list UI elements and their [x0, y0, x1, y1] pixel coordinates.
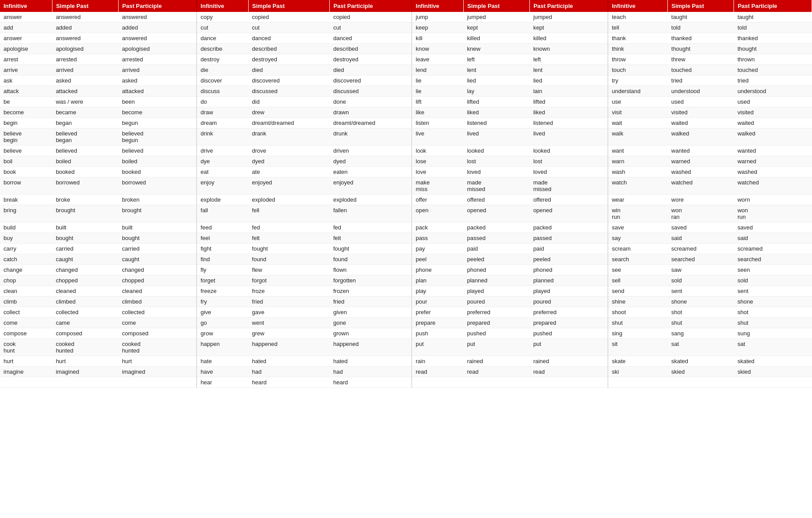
- table-cell: shot: [734, 307, 812, 318]
- table-cell: know: [412, 44, 463, 54]
- table-cell: prepare: [412, 318, 463, 328]
- table-cell: sing: [608, 328, 668, 339]
- column-header-5: Past Participle: [330, 0, 412, 12]
- table-cell: asked: [119, 75, 197, 86]
- table-cell: drink: [197, 128, 248, 146]
- table-cell: think: [608, 44, 668, 54]
- table-cell: came: [52, 318, 119, 328]
- table-cell: eat: [197, 167, 248, 177]
- table-cell: understood: [668, 86, 734, 97]
- table-cell: understand: [608, 86, 668, 97]
- table-cell: walk: [608, 128, 668, 146]
- table-cell: imagine: [0, 367, 52, 377]
- table-cell: look: [412, 146, 463, 156]
- table-cell: heard: [330, 377, 412, 388]
- table-cell: boil: [0, 156, 52, 167]
- table-cell: use: [608, 97, 668, 107]
- column-header-2: Past Participle: [119, 0, 197, 12]
- table-cell: fried: [249, 297, 330, 307]
- column-header-11: Past Participle: [734, 0, 812, 12]
- table-cell: boiled: [52, 156, 119, 167]
- table-cell: [0, 377, 52, 388]
- table-cell: collect: [0, 307, 52, 318]
- table-cell: been: [119, 97, 197, 107]
- table-cell: believed: [119, 146, 197, 156]
- table-cell: carry: [0, 244, 52, 254]
- table-cell: lifted: [463, 97, 529, 107]
- table-cell: chop: [0, 275, 52, 286]
- table-row: beginbeganbegundreamdreamt/dreameddreamt…: [0, 118, 812, 128]
- table-cell: say: [608, 233, 668, 244]
- table-row: arrestarrestedarresteddestroydestroyedde…: [0, 54, 812, 65]
- table-cell: dream: [197, 118, 248, 128]
- column-header-8: Past Participle: [530, 0, 608, 12]
- table-cell: cut: [330, 23, 412, 33]
- table-cell: walked: [668, 128, 734, 146]
- column-header-3: Infinitive: [197, 0, 248, 12]
- table-cell: listened: [530, 118, 608, 128]
- table-cell: wanted: [734, 146, 812, 156]
- table-cell: attacked: [52, 86, 119, 97]
- table-cell: freeze: [197, 286, 248, 297]
- table-cell: sent: [734, 286, 812, 297]
- table-cell: worn: [734, 195, 812, 205]
- table-cell: drank: [249, 128, 330, 146]
- table-cell: compose: [0, 328, 52, 339]
- table-cell: booked: [52, 167, 119, 177]
- table-cell: apologised: [119, 44, 197, 54]
- table-row: bookbookedbookedeatateeatenlovelovedlove…: [0, 167, 812, 177]
- table-cell: phoned: [530, 265, 608, 275]
- table-cell: caught: [119, 254, 197, 265]
- table-cell: answered: [119, 12, 197, 23]
- table-cell: liked: [530, 107, 608, 118]
- table-cell: hated: [249, 356, 330, 367]
- table-cell: destroyed: [249, 54, 330, 65]
- table-cell: fry: [197, 297, 248, 307]
- table-cell: clean: [0, 286, 52, 297]
- table-cell: climbed: [52, 297, 119, 307]
- table-cell: gone: [330, 318, 412, 328]
- table-cell: enjoyed: [249, 177, 330, 195]
- table-cell: arrested: [52, 54, 119, 65]
- table-cell: paid: [530, 244, 608, 254]
- table-row: becomebecamebecomedrawdrewdrawnlikeliked…: [0, 107, 812, 118]
- table-cell: lose: [412, 156, 463, 167]
- table-row: climbclimbedclimbedfryfriedfriedpourpour…: [0, 297, 812, 307]
- table-cell: shine: [608, 297, 668, 307]
- table-cell: saw: [668, 265, 734, 275]
- table-cell: jump: [412, 12, 463, 23]
- table-row: believebeginbelievedbeganbelievedbegundr…: [0, 128, 812, 146]
- table-cell: like: [412, 107, 463, 118]
- table-cell: happened: [249, 339, 330, 356]
- table-cell: felt: [330, 233, 412, 244]
- table-row: carrycarriedcarriedfightfoughtfoughtpayp…: [0, 244, 812, 254]
- table-cell: lain: [530, 86, 608, 97]
- table-cell: sell: [608, 275, 668, 286]
- table-row: bewas / werebeendodiddoneliftliftedlifte…: [0, 97, 812, 107]
- table-cell: copied: [330, 12, 412, 23]
- table-cell: cookhunt: [0, 339, 52, 356]
- table-cell: seen: [734, 265, 812, 275]
- table-row: believebelievedbelieveddrivedrovedrivenl…: [0, 146, 812, 156]
- table-cell: grow: [197, 328, 248, 339]
- table-cell: mademissed: [530, 177, 608, 195]
- table-cell: listen: [412, 118, 463, 128]
- table-cell: rained: [463, 356, 529, 367]
- table-cell: sung: [734, 328, 812, 339]
- table-row: breakbrokebrokenexplodeexplodedexplodedo…: [0, 195, 812, 205]
- table-cell: drawn: [330, 107, 412, 118]
- table-cell: hate: [197, 356, 248, 367]
- table-row: composecomposedcomposedgrowgrewgrownpush…: [0, 328, 812, 339]
- table-cell: booked: [119, 167, 197, 177]
- table-cell: hear: [197, 377, 248, 388]
- table-cell: poured: [530, 297, 608, 307]
- table-cell: gave: [249, 307, 330, 318]
- table-cell: prepared: [463, 318, 529, 328]
- table-cell: bought: [52, 233, 119, 244]
- table-cell: chopped: [52, 275, 119, 286]
- table-cell: ate: [249, 167, 330, 177]
- table-cell: wait: [608, 118, 668, 128]
- table-cell: makemiss: [412, 177, 463, 195]
- table-cell: grown: [330, 328, 412, 339]
- table-cell: discovered: [249, 75, 330, 86]
